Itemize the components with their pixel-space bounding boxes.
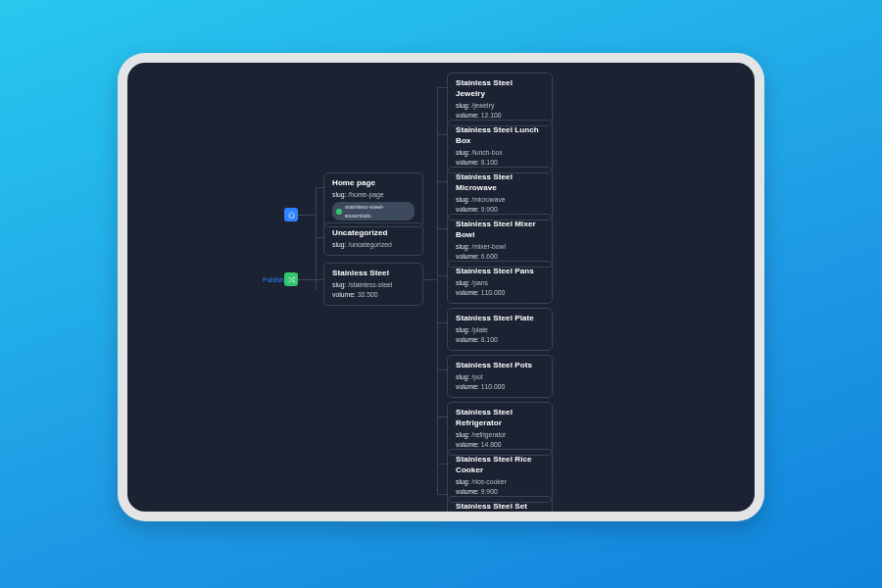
publish-label[interactable]: Publish xyxy=(263,276,284,283)
node-title: Stainless Steel Refrigerator xyxy=(456,408,544,429)
connector xyxy=(437,87,438,494)
node-slug: slug: /rice-cooker xyxy=(456,477,544,486)
node-slug: slug: /pans xyxy=(456,278,544,287)
node-child-4[interactable]: Stainless Steel Pans slug: /pans volume:… xyxy=(447,261,553,304)
node-slug: slug: /uncategorized xyxy=(332,240,415,249)
node-title: Stainless Steel Pans xyxy=(456,267,544,277)
node-slug: slug: /jewelry xyxy=(456,101,544,110)
node-title: Home page xyxy=(332,178,415,189)
node-child-9[interactable]: Stainless Steel Set xyxy=(447,496,553,512)
node-volume: volume: 110.000 xyxy=(456,288,544,297)
node-title: Stainless Steel Mixer Bowl xyxy=(456,220,544,241)
dot-icon xyxy=(336,209,342,215)
node-title: Stainless Steel Plate xyxy=(456,314,544,324)
node-child-3[interactable]: Stainless Steel Mixer Bowl slug: /mixer-… xyxy=(447,214,553,268)
node-slug: slug: /refrigerator xyxy=(456,430,544,439)
connector xyxy=(437,494,447,495)
connector xyxy=(298,215,316,216)
node-child-6[interactable]: Stainless Steel Pots slug: /pot volume: … xyxy=(447,355,553,398)
connector xyxy=(437,228,447,229)
node-slug: slug: /mixer-bowl xyxy=(456,242,544,251)
node-volume: volume: 8.100 xyxy=(456,158,544,167)
node-title: Stainless Steel Pots xyxy=(456,361,544,371)
node-volume: volume: 110.000 xyxy=(456,382,544,391)
connector xyxy=(437,134,447,135)
node-volume: volume: 30.500 xyxy=(332,290,415,299)
node-title: Stainless Steel Lunch Box xyxy=(456,125,544,147)
node-slug: slug: /pot xyxy=(456,372,544,381)
connector xyxy=(437,322,447,323)
node-volume: volume: 9.900 xyxy=(456,487,544,496)
node-slug: slug: /microwave xyxy=(456,195,544,204)
device-bezel: Publish Home page slug: /home-page stain… xyxy=(118,53,764,521)
node-slug: slug: /lunch-box xyxy=(456,148,544,157)
node-volume: volume: 12.100 xyxy=(456,111,544,120)
node-slug: slug: /plate xyxy=(456,325,544,334)
node-child-8[interactable]: Stainless Steel Rice Cooker slug: /rice-… xyxy=(447,449,553,503)
node-title: Stainless Steel Rice Cooker xyxy=(456,455,544,476)
node-child-5[interactable]: Stainless Steel Plate slug: /plate volum… xyxy=(447,308,553,351)
home-icon[interactable] xyxy=(284,208,298,221)
node-child-1[interactable]: Stainless Steel Lunch Box slug: /lunch-b… xyxy=(447,120,553,173)
connector xyxy=(294,279,323,280)
keyword-pill[interactable]: stainless-steel-essentials xyxy=(332,202,415,220)
connector xyxy=(437,87,447,88)
connector xyxy=(423,279,437,280)
node-volume: volume: 6.600 xyxy=(456,252,544,261)
shuffle-icon[interactable] xyxy=(284,272,298,286)
node-slug: slug: /stainless-steel xyxy=(332,280,415,289)
node-title: Stainless Steel Jewelry xyxy=(456,78,544,100)
node-volume: volume: 9.900 xyxy=(456,205,544,214)
node-volume: volume: 8.100 xyxy=(456,335,544,344)
pill-text: stainless-steel-essentials xyxy=(345,203,410,219)
connector xyxy=(437,369,447,370)
node-child-7[interactable]: Stainless Steel Refrigerator slug: /refr… xyxy=(447,402,553,456)
connector xyxy=(437,275,447,276)
node-volume: volume: 14.800 xyxy=(456,440,544,449)
node-title: Stainless Steel xyxy=(332,269,415,279)
screen-canvas[interactable]: Publish Home page slug: /home-page stain… xyxy=(127,63,755,512)
node-child-2[interactable]: Stainless Steel Microwave slug: /microwa… xyxy=(447,167,553,220)
node-title: Stainless Steel Microwave xyxy=(456,172,544,194)
node-child-0[interactable]: Stainless Steel Jewelry slug: /jewelry v… xyxy=(447,73,553,126)
node-uncategorized[interactable]: Uncategorized slug: /uncategorized xyxy=(323,222,423,256)
node-title: Uncategorized xyxy=(332,228,415,239)
node-stainless-steel[interactable]: Stainless Steel slug: /stainless-steel v… xyxy=(323,263,423,306)
node-title: Stainless Steel Set xyxy=(456,502,544,512)
node-slug: slug: /home-page xyxy=(332,190,415,199)
backdrop: Publish Home page slug: /home-page stain… xyxy=(0,0,882,588)
connector xyxy=(437,464,447,465)
node-home-page[interactable]: Home page slug: /home-page stainless-ste… xyxy=(323,172,423,227)
connector xyxy=(437,181,447,182)
connector xyxy=(437,416,447,417)
connector xyxy=(316,187,317,290)
